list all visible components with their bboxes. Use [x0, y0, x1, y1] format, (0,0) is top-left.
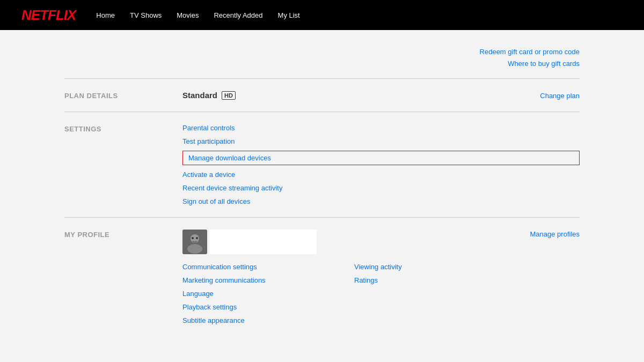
activate-device-link[interactable]: Activate a device [182, 171, 580, 179]
nav-home[interactable]: Home [96, 11, 115, 19]
subtitle-appearance-link[interactable]: Subtitle appearance [182, 316, 333, 324]
where-to-buy-gift-cards-link[interactable]: Where to buy gift cards [508, 58, 580, 70]
profile-avatar-row [182, 230, 514, 254]
ratings-link[interactable]: Ratings [354, 276, 462, 284]
profile-content: Communication settings Viewing activity … [182, 230, 514, 324]
svg-point-3 [192, 237, 194, 239]
my-profile-section: MY PROFILE [64, 217, 580, 336]
viewing-activity-link[interactable]: Viewing activity [354, 263, 462, 271]
my-profile-label: MY PROFILE [64, 230, 182, 239]
parental-controls-link[interactable]: Parental controls [182, 124, 580, 132]
hd-badge: HD [222, 91, 236, 100]
avatar [182, 230, 207, 254]
plan-details-label: PLAN DETAILS [64, 91, 182, 100]
recent-device-streaming-link[interactable]: Recent device streaming activity [182, 184, 580, 192]
svg-point-4 [196, 237, 198, 239]
profile-links-grid: Communication settings Viewing activity … [182, 263, 514, 324]
language-link[interactable]: Language [182, 290, 333, 298]
nav-movies[interactable]: Movies [177, 11, 199, 19]
communication-settings-link[interactable]: Communication settings [182, 263, 333, 271]
navbar: NETFLIX Home TV Shows Movies Recently Ad… [0, 0, 644, 30]
plan-name: Standard HD [182, 91, 524, 100]
playback-settings-link[interactable]: Playback settings [182, 303, 333, 311]
profile-name-box [209, 230, 317, 254]
plan-name-text: Standard [182, 91, 217, 100]
plan-details-content: Standard HD [182, 91, 524, 100]
test-participation-link[interactable]: Test participation [182, 137, 580, 145]
nav-tv-shows[interactable]: TV Shows [130, 11, 162, 19]
sign-out-all-devices-link[interactable]: Sign out of all devices [182, 197, 580, 205]
nav-my-list[interactable]: My List [278, 11, 300, 19]
marketing-communications-link[interactable]: Marketing communications [182, 276, 333, 284]
plan-action: Change plan [524, 91, 580, 100]
netflix-logo: NETFLIX [21, 7, 76, 24]
main-content: Redeem gift card or promo code Where to … [54, 30, 590, 358]
manage-profiles-link[interactable]: Manage profiles [530, 230, 580, 238]
profile-action: Manage profiles [514, 230, 580, 238]
svg-point-2 [187, 244, 202, 254]
gift-links-area: Redeem gift card or promo code Where to … [64, 41, 580, 78]
plan-details-section: PLAN DETAILS Standard HD Change plan [64, 78, 580, 112]
change-plan-link[interactable]: Change plan [540, 92, 580, 100]
manage-download-devices-link[interactable]: Manage download devices [182, 151, 580, 165]
settings-section: SETTINGS Parental controls Test particip… [64, 112, 580, 217]
settings-label: SETTINGS [64, 124, 182, 133]
redeem-gift-card-link[interactable]: Redeem gift card or promo code [480, 46, 580, 58]
settings-links: Parental controls Test participation Man… [182, 124, 580, 205]
nav-recently-added[interactable]: Recently Added [214, 11, 262, 19]
